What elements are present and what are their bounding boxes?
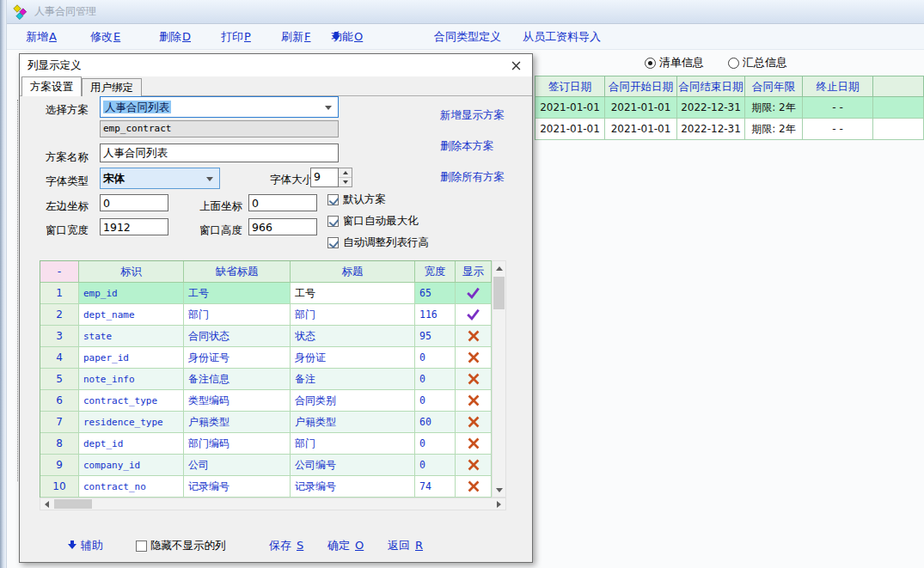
contracts-row[interactable]: 2021-01-01 2021-01-01 2022-12-31 期限: 2年 … <box>535 119 924 140</box>
contracts-row[interactable]: 2021-01-01 2021-01-01 2022-12-31 期限: 2年 … <box>535 97 924 119</box>
cell-width[interactable]: 0 <box>415 369 456 390</box>
cell-display-toggle[interactable] <box>456 283 492 304</box>
cell-width[interactable]: 0 <box>415 390 456 412</box>
cell-display-toggle[interactable] <box>456 433 492 455</box>
cell-title[interactable]: 公司编号 <box>291 455 415 476</box>
down-arrow-icon <box>67 534 77 545</box>
toolbar-button[interactable]: 新增A <box>26 24 57 50</box>
option-checkbox[interactable]: 自动调整列表行高 <box>327 232 429 253</box>
top-coord-input[interactable]: 0 <box>248 194 317 211</box>
cell-title[interactable]: 记录编号 <box>291 476 415 498</box>
toolbar-button-label: 刷新 <box>281 30 303 43</box>
scheme-name-input[interactable]: 人事合同列表 <box>100 144 339 162</box>
auxiliary-label: 辅助 <box>81 539 103 552</box>
cell-title[interactable]: 状态 <box>291 326 415 347</box>
checkbox-icon <box>327 237 339 248</box>
cell-term: 期限: 2年 <box>745 119 803 140</box>
toolbar-button[interactable]: 删除D <box>159 24 191 50</box>
dialog-tab[interactable]: 用户绑定 <box>82 78 142 96</box>
hide-columns-checkbox[interactable]: 隐藏不显示的列 <box>136 534 226 558</box>
column-config-row[interactable]: 9 company_id 公司 公司编号 0 <box>40 455 492 476</box>
column-config-row[interactable]: 3 state 合同状态 状态 95 <box>40 326 492 347</box>
toolbar-button[interactable]: 修改E <box>90 24 120 50</box>
spin-down-button[interactable] <box>339 178 352 187</box>
columns-col-header: - <box>40 261 79 283</box>
checkbox-label: 自动调整列表行高 <box>343 235 429 250</box>
font-type-combo[interactable]: 宋体 <box>100 168 220 189</box>
cell-title[interactable]: 工号 <box>291 283 415 304</box>
cell-display-toggle[interactable] <box>456 304 492 326</box>
vertical-scroll-thumb[interactable] <box>493 277 505 309</box>
toolbar-link[interactable]: 合同类型定义 <box>434 24 501 50</box>
font-type-value: 宋体 <box>103 170 125 186</box>
horizontal-scrollbar[interactable] <box>40 498 506 510</box>
scheme-select-combo[interactable]: 人事合同列表 <box>100 96 339 118</box>
triangle-left-icon <box>45 501 49 508</box>
cell-title[interactable]: 合同类别 <box>291 390 415 412</box>
close-icon[interactable] <box>505 57 526 74</box>
window-height-input[interactable]: 966 <box>248 218 317 235</box>
scroll-down-icon[interactable] <box>493 483 505 497</box>
toolbar-button[interactable]: 功能O <box>331 24 363 50</box>
column-config-row[interactable]: 8 dept_id 部门编码 部门 0 <box>40 433 492 455</box>
column-config-row[interactable]: 1 emp_id 工号 工号 65 <box>40 283 492 304</box>
option-checkbox[interactable]: 窗口自动最大化 <box>327 211 429 232</box>
column-config-row[interactable]: 2 dept_name 部门 部门 116 <box>40 304 492 326</box>
view-radio-option[interactable]: 清单信息 <box>645 55 704 70</box>
cell-title[interactable]: 备注 <box>291 369 415 390</box>
font-size-input[interactable]: 9 <box>310 168 339 187</box>
options-checkbox-group: 默认方案 窗口自动最大化 自动调整列表行高 <box>327 189 429 253</box>
toolbar-button-accel: E <box>113 30 120 43</box>
scheme-action-link[interactable]: 删除本方案 <box>440 138 505 153</box>
scheme-action-link[interactable]: 新增显示方案 <box>440 107 505 122</box>
cell-width[interactable]: 0 <box>415 347 456 369</box>
cell-display-toggle[interactable] <box>456 347 492 369</box>
cell-field-id: contract_no <box>79 476 184 498</box>
dialog-tab[interactable]: 方案设置 <box>21 76 82 96</box>
scroll-up-icon[interactable] <box>493 261 505 275</box>
left-coord-input[interactable]: 0 <box>100 194 168 211</box>
window-width-input[interactable]: 1912 <box>100 218 168 235</box>
cell-display-toggle[interactable] <box>456 369 492 390</box>
vertical-scrollbar[interactable] <box>492 260 506 498</box>
x-icon <box>468 394 480 406</box>
spin-up-button[interactable] <box>339 168 352 178</box>
column-config-row[interactable]: 6 contract_type 类型编码 合同类别 0 <box>40 390 492 412</box>
cell-title[interactable]: 部门 <box>291 433 415 455</box>
column-config-row[interactable]: 5 note_info 备注信息 备注 0 <box>40 369 492 390</box>
cell-title[interactable]: 部门 <box>291 304 415 326</box>
cell-width[interactable]: 95 <box>415 326 456 347</box>
footer-button[interactable]: 确定O <box>327 534 364 558</box>
cell-display-toggle[interactable] <box>456 390 492 412</box>
checkbox-icon <box>136 541 147 552</box>
cell-row-number: 3 <box>40 326 79 347</box>
view-radio-option[interactable]: 汇总信息 <box>728 55 787 70</box>
cell-width[interactable]: 116 <box>415 304 456 326</box>
column-config-row[interactable]: 4 paper_id 身份证号 身份证 0 <box>40 347 492 369</box>
column-config-row[interactable]: 10 contract_no 记录编号 记录编号 74 <box>40 476 492 498</box>
scroll-right-icon[interactable] <box>493 498 505 510</box>
footer-button[interactable]: 返回R <box>388 534 423 558</box>
option-checkbox[interactable]: 默认方案 <box>327 189 429 211</box>
cell-width[interactable]: 65 <box>415 283 456 304</box>
horizontal-scroll-thumb[interactable] <box>54 499 92 509</box>
scheme-action-link[interactable]: 删除所有方案 <box>440 169 505 184</box>
toolbar-link[interactable]: 从员工资料导入 <box>523 24 601 50</box>
column-config-row[interactable]: 7 residence_type 户籍类型 户籍类型 60 <box>40 412 492 433</box>
auxiliary-button[interactable]: 辅助 <box>67 534 103 558</box>
cell-title[interactable]: 户籍类型 <box>291 412 415 433</box>
cell-width[interactable]: 0 <box>415 455 456 476</box>
cell-width[interactable]: 60 <box>415 412 456 433</box>
window-titlebar: 人事合同管理 <box>7 0 924 24</box>
toolbar-button[interactable]: 刷新F <box>281 24 310 50</box>
cell-display-toggle[interactable] <box>456 455 492 476</box>
cell-display-toggle[interactable] <box>456 476 492 498</box>
cell-display-toggle[interactable] <box>456 412 492 433</box>
cell-title[interactable]: 身份证 <box>291 347 415 369</box>
cell-width[interactable]: 0 <box>415 433 456 455</box>
toolbar-button[interactable]: 打印P <box>221 24 251 50</box>
footer-button[interactable]: 保存S <box>269 534 303 558</box>
cell-width[interactable]: 74 <box>415 476 456 498</box>
cell-display-toggle[interactable] <box>456 326 492 347</box>
scroll-left-icon[interactable] <box>40 498 53 510</box>
